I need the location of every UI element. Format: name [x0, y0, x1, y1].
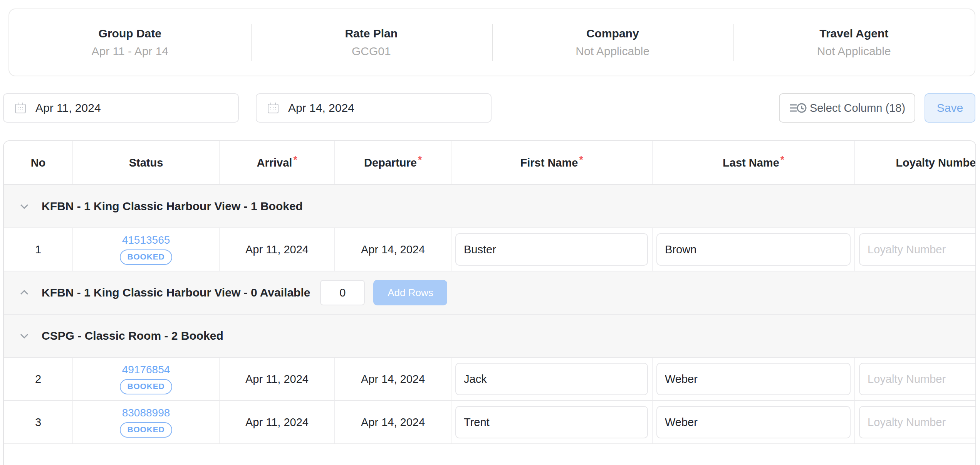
loyalty-number-input[interactable] [859, 233, 976, 266]
col-header-first-name: First Name* [451, 141, 653, 184]
col-header-no: No [4, 141, 73, 184]
start-date-picker[interactable]: Apr 11, 2024 [3, 93, 239, 123]
loyalty-number-input[interactable] [859, 363, 976, 395]
select-column-label: Select Column (18) [810, 102, 905, 115]
cell-departure[interactable]: Apr 14, 2024 [335, 228, 451, 271]
col-header-last-name: Last Name* [653, 141, 855, 184]
col-header-arrival: Arrival* [220, 141, 335, 184]
cell-no: 2 [4, 358, 73, 400]
cell-no: 1 [4, 228, 73, 271]
status-badge: BOOKED [120, 379, 173, 394]
summary-label: Rate Plan [345, 27, 398, 40]
status-badge: BOOKED [120, 249, 173, 265]
cell-departure[interactable]: Apr 14, 2024 [335, 358, 451, 400]
add-rows-button[interactable]: Add Rows [373, 280, 447, 305]
calendar-icon [14, 101, 27, 115]
cell-last-name [653, 401, 855, 443]
booking-row: 2 49176854 BOOKED Apr 11, 2024 Apr 14, 2… [4, 358, 975, 401]
summary-group-date: Group Date Apr 11 - Apr 14 [9, 9, 251, 76]
required-asterisk: * [579, 154, 583, 166]
calendar-icon [267, 101, 280, 115]
cell-arrival[interactable]: Apr 11, 2024 [220, 401, 335, 443]
cell-loyalty-number [855, 358, 976, 400]
summary-value: Apr 11 - Apr 14 [91, 45, 168, 58]
room-group-row-kfbn-available[interactable]: KFBN - 1 King Classic Harbour View - 0 A… [4, 271, 975, 315]
summary-label: Company [586, 27, 639, 40]
summary-company: Company Not Applicable [492, 9, 733, 76]
loyalty-number-input[interactable] [859, 406, 976, 438]
table-empty-area [4, 444, 975, 465]
summary-value: Not Applicable [576, 45, 649, 58]
summary-value: Not Applicable [817, 45, 891, 58]
select-column-button[interactable]: Select Column (18) [779, 93, 915, 123]
cell-last-name [653, 358, 855, 400]
required-asterisk: * [780, 154, 784, 166]
room-group-title: KFBN - 1 King Classic Harbour View - 0 A… [42, 286, 310, 299]
last-name-input[interactable] [656, 363, 851, 395]
summary-rate-plan: Rate Plan GCG01 [251, 9, 492, 76]
cell-loyalty-number [855, 401, 976, 443]
start-date-value: Apr 11, 2024 [35, 101, 101, 115]
summary-value: GCG01 [352, 45, 391, 58]
col-header-departure: Departure* [335, 141, 451, 184]
cell-arrival[interactable]: Apr 11, 2024 [220, 358, 335, 400]
cell-first-name [451, 401, 653, 443]
booking-row: 3 83088998 BOOKED Apr 11, 2024 Apr 14, 2… [4, 401, 975, 444]
column-settings-icon [789, 101, 807, 115]
room-group-title: KFBN - 1 King Classic Harbour View - 1 B… [42, 200, 303, 213]
cell-first-name [451, 358, 653, 400]
summary-travel-agent: Travel Agent Not Applicable [733, 9, 975, 76]
end-date-picker[interactable]: Apr 14, 2024 [256, 93, 492, 123]
last-name-input[interactable] [656, 233, 851, 266]
cell-departure[interactable]: Apr 14, 2024 [335, 401, 451, 443]
first-name-input[interactable] [455, 363, 648, 395]
bookings-table: No Status Arrival* Departure* First Name… [3, 140, 976, 465]
add-rows-count-input[interactable] [320, 280, 365, 305]
room-group-title: CSPG - Classic Room - 2 Booked [42, 329, 223, 342]
save-button[interactable]: Save [925, 93, 975, 123]
confirmation-number-link[interactable]: 83088998 [122, 407, 170, 419]
group-summary-card: Group Date Apr 11 - Apr 14 Rate Plan GCG… [8, 8, 975, 76]
required-asterisk: * [418, 154, 422, 166]
chevron-down-icon[interactable] [18, 200, 31, 213]
group-booking-page: Group Date Apr 11 - Apr 14 Rate Plan GCG… [0, 0, 980, 465]
status-badge: BOOKED [120, 422, 173, 438]
cell-status: 49176854 BOOKED [73, 358, 220, 400]
chevron-up-icon[interactable] [18, 286, 31, 299]
confirmation-number-link[interactable]: 49176854 [122, 364, 170, 376]
col-header-status: Status [73, 141, 220, 184]
cell-no: 3 [4, 401, 73, 443]
summary-label: Group Date [99, 27, 161, 40]
booking-row: 1 41513565 BOOKED Apr 11, 2024 Apr 14, 2… [4, 228, 975, 271]
summary-label: Travel Agent [819, 27, 888, 40]
confirmation-number-link[interactable]: 41513565 [122, 234, 170, 246]
cell-last-name [653, 228, 855, 271]
required-asterisk: * [293, 154, 297, 166]
room-group-row-kfbn-booked[interactable]: KFBN - 1 King Classic Harbour View - 1 B… [4, 185, 975, 228]
cell-status: 41513565 BOOKED [73, 228, 220, 271]
end-date-value: Apr 14, 2024 [288, 101, 354, 115]
table-header-row: No Status Arrival* Departure* First Name… [4, 141, 975, 185]
col-header-loyalty-number: Loyalty Number [855, 141, 976, 184]
cell-first-name [451, 228, 653, 271]
first-name-input[interactable] [455, 233, 648, 266]
last-name-input[interactable] [656, 406, 851, 438]
chevron-down-icon[interactable] [18, 329, 31, 342]
room-group-row-cspg-booked[interactable]: CSPG - Classic Room - 2 Booked [4, 315, 975, 358]
cell-status: 83088998 BOOKED [73, 401, 220, 443]
cell-arrival[interactable]: Apr 11, 2024 [220, 228, 335, 271]
cell-loyalty-number [855, 228, 976, 271]
first-name-input[interactable] [455, 406, 648, 438]
